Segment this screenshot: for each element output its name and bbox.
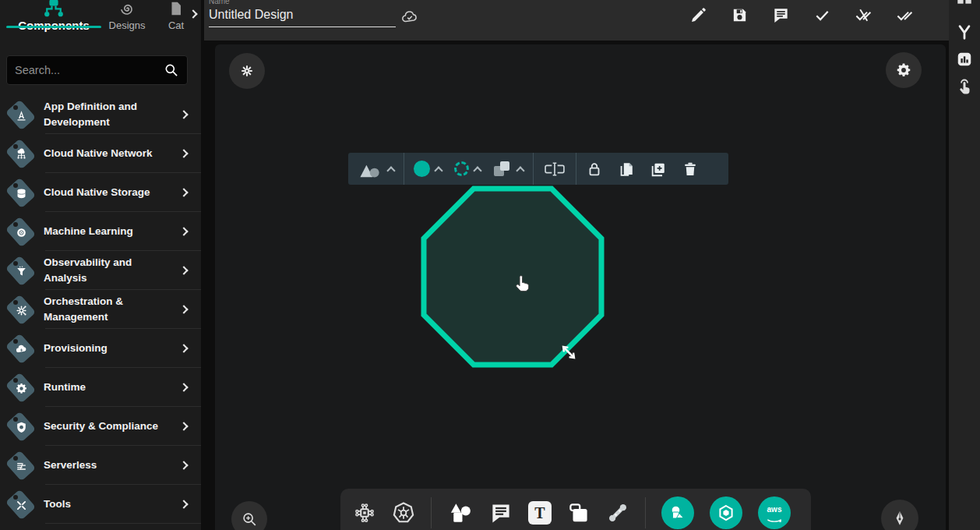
sidebar-item-security-compliance[interactable]: Security & Compliance [0,407,201,446]
designs-icon [118,0,136,16]
shape-actions [586,161,699,178]
chevron-right-icon [179,422,188,430]
shapes-catalog-icon [668,504,687,522]
category-label: Cloud Native Network [44,146,170,161]
sidebar-item-serverless[interactable]: Serverless [0,446,201,485]
pen-tool-button[interactable] [881,500,918,530]
shapes-icon [358,160,382,178]
circuit-icon[interactable] [353,501,376,525]
sidebar-item-machine-learning[interactable]: Machine Learning [0,212,201,251]
shapes-catalog-button[interactable] [661,496,694,529]
rename-icon[interactable] [543,161,566,178]
shapes-tool-icon[interactable] [447,501,474,525]
category-label: Runtime [44,380,170,395]
panels-icon[interactable] [956,0,973,6]
tabs-scroll-right-button[interactable] [190,6,196,20]
design-canvas[interactable]: T aws [215,44,946,530]
observability-icon [15,265,28,278]
divider [431,497,432,528]
resize-handle-cursor [558,341,580,363]
tap-icon[interactable] [955,77,974,96]
aws-logo: aws [767,506,782,514]
tab-components[interactable]: Components [6,0,101,32]
topbar-actions [689,6,914,24]
check-all-icon[interactable] [896,6,914,24]
sidebar-item-provisioning[interactable]: Provisioning [0,329,201,368]
meshsync-icon [240,64,254,78]
category-label: Machine Learning [44,224,170,239]
tab-label: Designs [103,19,151,31]
note-tool-icon[interactable] [567,501,590,525]
design-topbar: Name [204,0,949,41]
sidebar-item-tools[interactable]: Tools [0,485,201,524]
cloud-saved-icon [400,8,419,26]
tab-designs[interactable]: Designs [103,0,151,31]
security-icon [15,421,28,434]
check-icon[interactable] [813,6,831,24]
kubernetes-icon[interactable] [392,501,415,525]
serverless-icon [15,460,28,473]
chevron-right-icon [179,500,188,508]
fill-color-button[interactable] [414,161,442,177]
category-label: App Definition and Development [44,99,170,129]
category-label: Provisioning [44,341,170,356]
orchestration-icon [15,304,28,317]
zoom-in-icon [241,511,258,528]
kubernetes-catalog-button[interactable] [710,496,742,529]
save-icon[interactable] [731,6,749,24]
trash-icon[interactable] [682,161,699,178]
dashed-stroke-swatch [454,161,469,176]
sidebar-item-orchestration-management[interactable]: Orchestration & Management [0,290,201,329]
chevron-right-icon [179,149,188,157]
comment-tool-icon[interactable] [489,501,513,525]
chart-icon[interactable] [956,51,973,68]
stroke-style-button[interactable] [454,161,481,176]
chevron-right-icon [179,188,188,196]
chevron-up-icon [516,166,524,175]
chevron-right-icon [179,344,188,352]
search-input[interactable] [15,64,164,76]
duplicate-icon[interactable] [618,161,635,178]
sidebar-item-cloud-native-network[interactable]: Cloud Native Network [0,134,201,173]
arrange-button[interactable] [493,160,523,178]
chevron-right-icon [179,110,188,118]
chevron-right-icon [179,461,188,469]
network-icon [15,148,28,161]
sidebar-item-runtime[interactable]: Runtime [0,368,201,407]
sidebar-item-observability-and-analysis[interactable]: Observability and Analysis [0,251,201,290]
zoom-in-button[interactable] [231,501,267,530]
hexagon-icon [717,504,735,522]
catalog-icon [167,0,185,16]
aws-smile-icon [766,514,783,520]
name-field-label: Name [209,0,404,5]
comment-icon[interactable] [772,6,790,24]
chevron-up-icon [434,166,442,175]
edit-icon[interactable] [689,6,707,24]
merge-icon[interactable] [956,23,973,41]
chevron-right-icon [179,383,188,391]
search-icon[interactable] [164,62,179,78]
aws-catalog-button[interactable]: aws [758,496,791,529]
components-icon [42,0,65,15]
shape-picker-button[interactable] [358,160,394,178]
chevron-right-icon [179,227,188,235]
canvas-settings-button[interactable] [886,52,922,88]
meshsync-button[interactable] [229,53,265,89]
panel-tabs: Components Designs Cat [0,0,201,44]
divider [576,153,576,185]
add-copy-icon[interactable] [650,161,667,178]
lock-icon[interactable] [586,161,603,178]
tab-label: Cat [156,19,196,31]
fill-color-swatch [414,161,430,177]
uncheck-all-icon[interactable] [855,6,872,24]
app-definition-icon [15,109,28,122]
category-label: Security & Compliance [44,419,170,434]
sidebar-item-app-definition-and-development[interactable]: App Definition and Development [0,95,201,134]
right-dock [949,0,980,530]
edge-tool-icon[interactable] [606,501,629,525]
arrange-icon [493,160,512,178]
text-tool-icon[interactable]: T [528,501,552,525]
machine-learning-icon [15,226,28,239]
design-name-input[interactable] [209,5,396,27]
sidebar-item-cloud-native-storage[interactable]: Cloud Native Storage [0,173,201,212]
